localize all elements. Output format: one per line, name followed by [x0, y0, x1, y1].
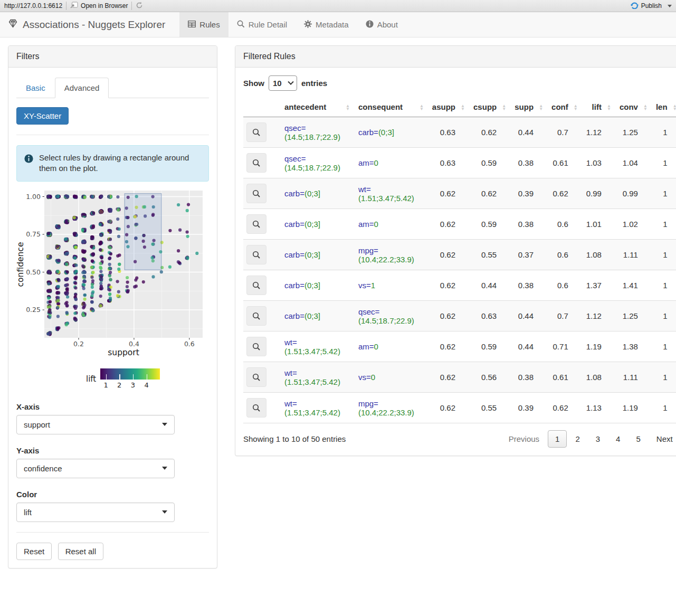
conv-cell: 1.11 — [614, 240, 651, 270]
rule-value: (0;3] — [304, 189, 320, 198]
lift-cell: 1.01 — [581, 209, 614, 240]
inspect-rule-button[interactable] — [246, 214, 266, 234]
sort-icons[interactable]: ▲▼ — [502, 105, 506, 111]
x-axis-label: X-axis — [16, 402, 209, 411]
lift-cell: 1.13 — [581, 393, 614, 423]
consequent-cell: am=0 — [353, 148, 427, 178]
gear-icon — [304, 20, 312, 30]
column-header-asupp[interactable]: asupp▲▼ — [427, 98, 468, 117]
legend-gradient-bar — [100, 368, 160, 380]
svg-text:0.2: 0.2 — [73, 340, 84, 348]
y-axis-select[interactable]: confidence — [16, 459, 175, 478]
inspect-rule-button[interactable] — [246, 276, 266, 295]
rule-attribute: wt= — [284, 338, 297, 347]
pagination-page-2[interactable]: 2 — [568, 430, 587, 448]
column-header-len[interactable]: len▲▼ — [651, 98, 676, 117]
sort-icons[interactable]: ▲▼ — [461, 105, 465, 111]
antecedent-cell: wt=(1.51;3.47;5.42) — [279, 362, 353, 393]
table-row: wt=(1.51;3.47;5.42)vs=00.620.560.380.611… — [243, 362, 676, 393]
open-in-browser-icon — [70, 2, 78, 10]
legend-tick — [147, 374, 148, 380]
sort-icons[interactable]: ▲▼ — [346, 105, 350, 111]
inspect-rule-button[interactable] — [246, 398, 266, 418]
chevron-down-icon — [288, 79, 293, 84]
zoom-cell — [243, 331, 279, 362]
entries-label: entries — [301, 79, 327, 88]
column-header-conv[interactable]: conv▲▼ — [614, 98, 651, 117]
asupp-cell: 0.62 — [427, 209, 468, 240]
sort-icons[interactable]: ▲▼ — [539, 105, 543, 111]
inspect-rule-button[interactable] — [246, 367, 266, 387]
conf-cell: 0.71 — [546, 331, 581, 362]
reset-all-button[interactable]: Reset all — [58, 543, 103, 560]
address-url: http://127.0.0.1:6612 — [0, 2, 62, 10]
tab-basic[interactable]: Basic — [16, 78, 55, 98]
show-label: Show — [243, 79, 264, 88]
page-length-select[interactable]: 10 — [269, 75, 297, 91]
pagination-page-5[interactable]: 5 — [629, 430, 648, 448]
publish-caret-icon[interactable] — [668, 5, 672, 7]
tab-rules[interactable]: Rules — [179, 12, 228, 37]
reset-button[interactable]: Reset — [16, 543, 52, 560]
sort-icons[interactable]: ▲▼ — [673, 105, 676, 111]
len-cell: 1 — [651, 240, 676, 270]
column-header-csupp[interactable]: csupp▲▼ — [468, 98, 509, 117]
pagination-next[interactable]: Next — [649, 430, 676, 448]
open-in-browser-button[interactable]: Open in Browser — [70, 2, 128, 10]
rules-table-body: qsec=(14.5;18.7;22.9)carb=(0;3]0.630.620… — [243, 117, 676, 423]
sort-icons[interactable]: ▲▼ — [607, 105, 611, 111]
sort-icons[interactable]: ▲▼ — [420, 105, 424, 111]
rule-value: (0;3] — [304, 281, 320, 290]
inspect-rule-button[interactable] — [246, 306, 266, 326]
pagination-page-1[interactable]: 1 — [548, 430, 567, 448]
chevron-down-icon — [162, 510, 167, 514]
column-header-antecedent[interactable]: antecedent▲▼ — [279, 98, 353, 117]
publish-button[interactable]: Publish — [631, 1, 676, 11]
tab-about[interactable]: About — [357, 12, 406, 37]
pagination-page-4[interactable]: 4 — [608, 430, 627, 448]
supp-cell: 0.38 — [509, 362, 546, 393]
inspect-rule-button[interactable] — [246, 337, 266, 356]
zoom-cell — [243, 301, 279, 331]
lift-cell: 1.03 — [581, 148, 614, 178]
info-icon — [366, 20, 374, 30]
tab-advanced[interactable]: Advanced — [55, 78, 109, 98]
sort-icons[interactable]: ▲▼ — [574, 105, 578, 111]
browser-toolbar: http://127.0.0.1:6612 Open in Browser Pu… — [0, 0, 676, 12]
sort-icons[interactable]: ▲▼ — [643, 105, 648, 111]
column-header-supp[interactable]: supp▲▼ — [509, 98, 546, 117]
antecedent-cell: carb=(0;3] — [279, 240, 353, 270]
selection-brush[interactable] — [125, 193, 161, 270]
tab-rule-detail[interactable]: Rule Detail — [228, 12, 296, 37]
conf-cell: 0.7 — [546, 301, 581, 331]
pagination-page-3[interactable]: 3 — [588, 430, 607, 448]
supp-cell: 0.37 — [509, 240, 546, 270]
supp-cell: 0.38 — [509, 270, 546, 301]
rules-table-header: antecedent▲▼consequent▲▼asupp▲▼csupp▲▼su… — [243, 98, 676, 117]
lift-cell: 1.12 — [581, 301, 614, 331]
pagination-previous[interactable]: Previous — [501, 430, 547, 448]
inspect-rule-button[interactable] — [246, 245, 266, 264]
tab-metadata[interactable]: Metadata — [296, 12, 357, 37]
x-axis-title: support — [108, 348, 139, 357]
column-header-lift[interactable]: lift▲▼ — [581, 98, 614, 117]
rule-attribute: am= — [358, 220, 374, 229]
refresh-icon[interactable] — [136, 2, 143, 11]
supp-cell: 0.44 — [509, 117, 546, 148]
app-brand: Associations - Nuggets Explorer — [0, 12, 173, 37]
table-row: carb=(0;3]wt=(1.51;3.47;5.42)0.620.620.3… — [243, 178, 676, 209]
csupp-cell: 0.59 — [468, 209, 509, 240]
inspect-rule-button[interactable] — [246, 122, 266, 142]
len-cell: 1 — [651, 148, 676, 178]
x-axis-select[interactable]: support — [16, 415, 175, 434]
rule-value: 0 — [371, 373, 375, 382]
xy-scatter-button[interactable]: XY-Scatter — [16, 107, 69, 125]
scatter-plot[interactable]: 0.20.40.60.250.500.751.00 support confid… — [16, 188, 209, 391]
color-select[interactable]: lift — [16, 503, 175, 522]
inspect-rule-button[interactable] — [246, 153, 266, 173]
lift-cell: 1.12 — [581, 117, 614, 148]
rule-value: (0;3] — [304, 220, 320, 229]
column-header-consequent[interactable]: consequent▲▼ — [353, 98, 427, 117]
column-header-conf[interactable]: conf▲▼ — [546, 98, 581, 117]
inspect-rule-button[interactable] — [246, 184, 266, 203]
